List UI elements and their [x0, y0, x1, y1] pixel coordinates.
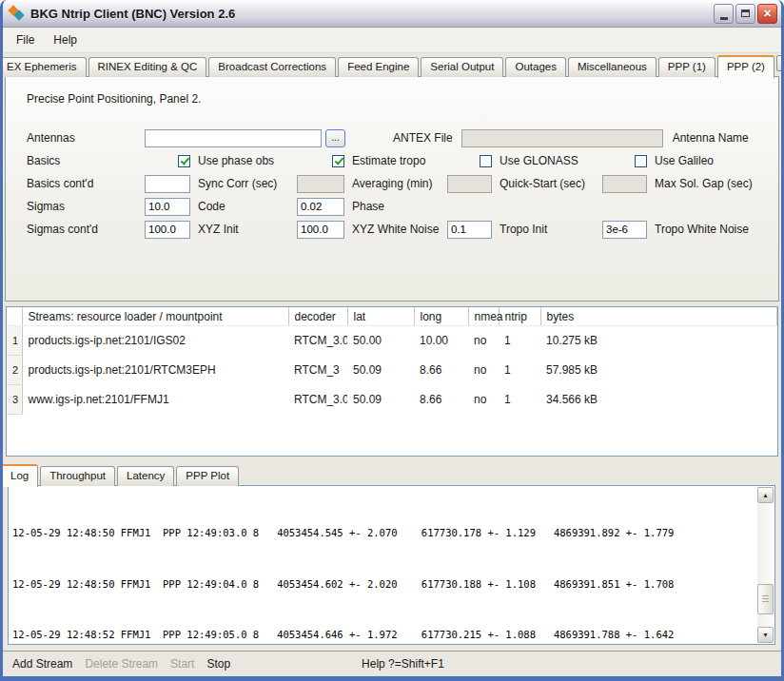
stream-row[interactable]: 3 www.igs-ip.net:2101/FFMJ1 RTCM_3.0 50.…	[7, 385, 777, 415]
form-field-label: Sync Corr (sec)	[190, 177, 297, 190]
form-field-input[interactable]	[145, 175, 190, 193]
main-tab[interactable]: Miscellaneous	[568, 57, 657, 77]
stream-mountpoint: products.igs-ip.net:2101/IGS02	[22, 326, 288, 356]
col-bytes[interactable]: bytes	[540, 307, 777, 326]
log-lines: 12-05-29 12:48:50 FFMJ1 PPP 12:49:03.0 8…	[12, 489, 754, 642]
stream-decoder: RTCM_3.0	[288, 326, 347, 356]
maximize-icon	[741, 10, 750, 17]
menu-file[interactable]: File	[7, 30, 44, 49]
main-tab[interactable]: RINEX Editing & QC	[88, 57, 207, 77]
form-field-input[interactable]	[297, 175, 344, 193]
form-field-label: Quick-Start (sec)	[492, 177, 602, 190]
stream-nmea: no	[468, 385, 499, 415]
checkbox[interactable]	[332, 155, 344, 167]
close-icon: ×	[763, 7, 771, 20]
ppp2-panel: Precise Point Positioning, Panel 2. Ante…	[5, 76, 779, 302]
help-shortcut-label: Help ?=Shift+F1	[362, 657, 444, 671]
main-tab[interactable]: PPP (1)	[658, 57, 715, 77]
antennas-input[interactable]	[145, 129, 322, 147]
form-field-input[interactable]	[602, 175, 647, 193]
checkbox[interactable]	[635, 155, 647, 167]
col-mountpoint[interactable]: Streams: resource loader / mountpoint	[22, 307, 288, 326]
stream-lat: 50.09	[347, 385, 414, 415]
close-button[interactable]: ×	[757, 4, 777, 24]
basics-contd-row: Basics cont'd Sync Corr (sec) Averaging …	[27, 174, 778, 193]
minimize-button[interactable]	[714, 4, 734, 24]
stream-nmea: no	[468, 356, 499, 385]
statusbar-button[interactable]: Delete Stream	[85, 657, 158, 671]
checkbox[interactable]	[480, 155, 492, 167]
checkbox[interactable]	[178, 155, 190, 167]
col-lat[interactable]: lat	[347, 307, 414, 326]
main-tab[interactable]: Broadcast Corrections	[208, 57, 336, 77]
statusbar-button[interactable]: Add Stream	[12, 657, 72, 671]
basics-contd-label: Basics cont'd	[27, 177, 145, 190]
stream-bytes: 34.566 kB	[540, 385, 777, 415]
stream-row[interactable]: 1 products.igs-ip.net:2101/IGS02 RTCM_3.…	[7, 326, 777, 356]
bottom-tab[interactable]: Throughput	[40, 466, 115, 486]
stream-row-number: 3	[7, 385, 22, 415]
log-view[interactable]: 12-05-29 12:48:50 FFMJ1 PPP 12:49:03.0 8…	[8, 485, 775, 645]
stream-lat: 50.09	[347, 356, 414, 385]
maximize-button[interactable]	[735, 4, 755, 24]
form-field-label: Code	[190, 200, 297, 213]
stream-ntrip: 1	[499, 356, 540, 385]
main-tab[interactable]: EX Ephemeris	[0, 57, 87, 77]
form-field-input[interactable]	[297, 198, 344, 216]
scrollbar-thumb[interactable]	[757, 584, 774, 614]
checkbox-label: Use phase obs	[190, 154, 297, 167]
bottom-tab[interactable]: PPP Plot	[176, 466, 239, 486]
col-long[interactable]: long	[414, 307, 468, 326]
title-bar[interactable]: BKG Ntrip Client (BNC) Version 2.6 ×	[3, 0, 781, 28]
form-field-label: Tropo Init	[492, 223, 602, 236]
streams-header-row: Streams: resource loader / mountpoint de…	[7, 307, 777, 326]
stream-row[interactable]: 2 products.igs-ip.net:2101/RTCM3EPH RTCM…	[7, 356, 777, 385]
panel-title: Precise Point Positioning, Panel 2.	[27, 92, 778, 106]
form-field-input[interactable]	[602, 221, 647, 239]
stream-long: 8.66	[414, 356, 468, 385]
form-field-input[interactable]	[297, 221, 344, 239]
statusbar-button[interactable]: Start	[170, 657, 194, 671]
statusbar-button[interactable]: Stop	[206, 657, 230, 671]
streams-table: Streams: resource loader / mountpoint de…	[6, 306, 778, 457]
stream-ntrip: 1	[499, 385, 540, 415]
main-tab[interactable]: Serial Output	[421, 57, 503, 77]
antennas-label: Antennas	[27, 131, 145, 145]
main-tab[interactable]: Feed Engine	[338, 57, 419, 77]
antex-file-input[interactable]	[461, 129, 663, 147]
row-number-header	[7, 307, 22, 326]
app-window: BKG Ntrip Client (BNC) Version 2.6 × Fil…	[0, 0, 784, 681]
stream-long: 10.00	[414, 326, 468, 356]
menu-help[interactable]: Help	[44, 30, 87, 49]
form-field-input[interactable]	[145, 198, 190, 216]
col-decoder[interactable]: decoder	[288, 307, 347, 326]
checkbox-label: Use Galileo	[647, 154, 778, 167]
tab-scroll-buttons: ◀ ▶	[776, 55, 784, 71]
log-line: 12-05-29 12:48:50 FFMJ1 PPP 12:49:04.0 8…	[12, 578, 754, 591]
form-field-input[interactable]	[447, 175, 492, 193]
stream-row-number: 1	[7, 326, 22, 356]
basics-label: Basics	[27, 154, 145, 167]
main-tab[interactable]: PPP (2)	[717, 55, 774, 78]
main-tab[interactable]: Outages	[505, 57, 565, 77]
stream-lat: 50.00	[347, 326, 414, 356]
form-field-input[interactable]	[447, 221, 492, 239]
stream-long: 8.66	[414, 385, 468, 415]
tab-scroll-left-button[interactable]: ◀	[776, 55, 784, 71]
bottom-tab[interactable]: Log	[2, 464, 38, 487]
browse-button[interactable]: ...	[325, 129, 345, 147]
scrollbar-up-button[interactable]: ▲	[757, 487, 774, 503]
scrollbar-down-button[interactable]: ▼	[757, 627, 774, 643]
antenna-name-label: Antenna Name	[673, 131, 749, 145]
scrollbar-track[interactable]: ▲ ▼	[757, 487, 774, 643]
form-field-label: XYZ White Noise	[344, 223, 447, 236]
col-nmea[interactable]: nmea	[468, 307, 499, 326]
sigmas-contd-label: Sigmas cont'd	[27, 223, 145, 236]
stream-row-number: 2	[7, 356, 22, 385]
bottom-tab-bar: Log Throughput Latency PPP Plot	[8, 464, 241, 486]
stream-mountpoint: www.igs-ip.net:2101/FFMJ1	[22, 385, 288, 415]
checkbox-label: Estimate tropo	[344, 154, 447, 167]
form-field-input[interactable]	[145, 221, 190, 239]
bottom-tab[interactable]: Latency	[117, 466, 174, 486]
col-ntrip[interactable]: ntrip	[499, 307, 540, 326]
